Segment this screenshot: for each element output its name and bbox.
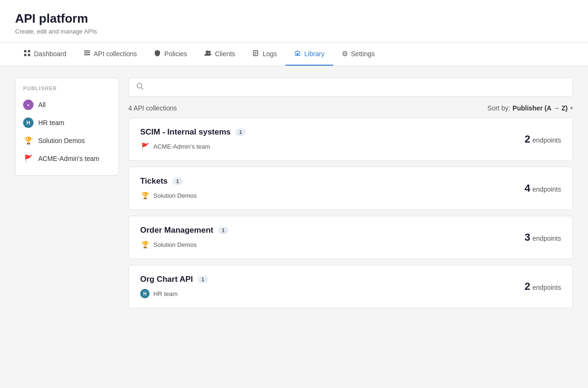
- card-left: Order Management 1 🏆 Solution Demos: [140, 226, 228, 249]
- sort-label: Sort by:: [487, 104, 510, 112]
- nav-policies[interactable]: Policies: [145, 43, 195, 66]
- endpoints-num: 2: [525, 280, 530, 292]
- card-endpoints: 2 endpoints: [525, 280, 561, 293]
- card-publisher: 🏆 Solution Demos: [140, 191, 197, 200]
- results-bar: 4 API collections Sort by: Publisher (A …: [128, 104, 573, 112]
- clients-icon: [204, 50, 212, 58]
- avatar-acme-admin: 🚩: [23, 153, 34, 164]
- endpoints-num: 2: [525, 133, 530, 145]
- card-publisher: 🚩 ACME-Admin's team: [140, 142, 246, 151]
- svg-rect-10: [254, 52, 257, 52]
- publisher-avatar-hr: H: [140, 289, 150, 298]
- sidebar-label: PUBLISHER: [16, 85, 118, 96]
- publisher-label: Solution Demos: [153, 241, 197, 248]
- api-collections-icon: [84, 50, 91, 58]
- page-subtitle: Create, edit and manage APIs: [15, 28, 573, 35]
- card-endpoints: 2 endpoints: [525, 133, 561, 145]
- dashboard-icon: [24, 50, 31, 58]
- sidebar-item-solution-demos[interactable]: 🏆 Solution Demos: [16, 132, 118, 150]
- card-title: SCIM - Internal systems: [140, 127, 231, 137]
- card-badge: 1: [198, 276, 208, 283]
- publisher-label: Solution Demos: [153, 192, 197, 199]
- endpoints-text: endpoints: [532, 235, 561, 242]
- svg-rect-6: [84, 54, 90, 55]
- nav-bar: Dashboard API collections Policies Clien…: [0, 43, 588, 66]
- card-endpoints: 3 endpoints: [525, 231, 561, 244]
- card-endpoints: 4 endpoints: [525, 182, 561, 194]
- endpoints-text: endpoints: [532, 136, 561, 144]
- content-area: 4 API collections Sort by: Publisher (A …: [128, 77, 573, 314]
- search-bar: [128, 77, 573, 97]
- svg-point-13: [137, 84, 142, 88]
- publisher-avatar-solution: 🏆: [140, 191, 150, 200]
- endpoints-text: endpoints: [532, 284, 561, 291]
- sidebar: PUBLISHER ● All H HR team 🏆 Solution Dem…: [15, 77, 119, 176]
- nav-logs[interactable]: Logs: [244, 43, 285, 66]
- policies-icon: [154, 50, 161, 58]
- svg-rect-0: [24, 50, 26, 52]
- sidebar-item-all[interactable]: ● All: [16, 96, 118, 114]
- svg-rect-5: [84, 52, 90, 53]
- card-left: SCIM - Internal systems 1 🚩 ACME-Admin's…: [140, 127, 246, 151]
- svg-rect-4: [84, 51, 90, 51]
- nav-dashboard[interactable]: Dashboard: [15, 43, 75, 66]
- chevron-down-icon: ▾: [570, 105, 573, 111]
- svg-point-7: [206, 51, 209, 53]
- svg-rect-12: [254, 54, 256, 55]
- library-icon: [294, 50, 301, 58]
- api-card-order-management[interactable]: Order Management 1 🏆 Solution Demos 3 en…: [128, 216, 573, 259]
- endpoints-num: 4: [525, 182, 530, 194]
- sidebar-item-hr-team[interactable]: H HR team: [16, 114, 118, 132]
- avatar-hr-team: H: [23, 118, 34, 128]
- page-header: API platform Create, edit and manage API…: [0, 0, 588, 43]
- endpoints-text: endpoints: [532, 186, 561, 193]
- card-badge: 1: [172, 177, 183, 185]
- sort-value: Publisher (A → Z): [512, 104, 568, 112]
- publisher-avatar-acme: 🚩: [140, 142, 150, 151]
- nav-api-collections[interactable]: API collections: [75, 43, 146, 66]
- api-card-tickets[interactable]: Tickets 1 🏆 Solution Demos 4 endpoints: [128, 167, 573, 210]
- card-title-row: Tickets 1: [140, 177, 197, 186]
- card-title: Org Chart API: [140, 275, 193, 284]
- nav-settings[interactable]: ⚙ Settings: [333, 43, 384, 66]
- publisher-avatar-solution2: 🏆: [140, 240, 150, 249]
- card-left: Org Chart API 1 H HR team: [140, 275, 208, 298]
- card-publisher: 🏆 Solution Demos: [140, 240, 228, 249]
- settings-icon: ⚙: [342, 50, 348, 58]
- card-badge: 1: [218, 227, 228, 234]
- search-icon: [136, 83, 144, 92]
- svg-point-8: [208, 51, 210, 53]
- search-input[interactable]: [149, 84, 565, 91]
- svg-rect-2: [24, 54, 26, 56]
- endpoints-num: 3: [525, 231, 530, 243]
- card-left: Tickets 1 🏆 Solution Demos: [140, 177, 197, 200]
- publisher-label: ACME-Admin's team: [153, 143, 210, 150]
- publisher-label: HR team: [153, 290, 177, 297]
- api-cards-list: SCIM - Internal systems 1 🚩 ACME-Admin's…: [128, 118, 573, 308]
- sort-control[interactable]: Sort by: Publisher (A → Z) ▾: [487, 104, 573, 112]
- svg-rect-1: [28, 50, 30, 52]
- nav-clients[interactable]: Clients: [196, 43, 244, 66]
- card-badge: 1: [235, 128, 246, 136]
- nav-library[interactable]: Library: [286, 43, 333, 66]
- card-title-row: Order Management 1: [140, 226, 228, 235]
- card-title-row: SCIM - Internal systems 1: [140, 127, 246, 137]
- card-title: Tickets: [140, 177, 168, 186]
- logs-icon: [252, 50, 259, 58]
- avatar-all: ●: [23, 100, 34, 110]
- card-title-row: Org Chart API 1: [140, 275, 208, 284]
- card-publisher: H HR team: [140, 289, 208, 298]
- api-card-org-chart[interactable]: Org Chart API 1 H HR team 2 endpoints: [128, 265, 573, 308]
- sidebar-item-acme-admin[interactable]: 🚩 ACME-Admin's team: [16, 150, 118, 168]
- main-content: PUBLISHER ● All H HR team 🏆 Solution Dem…: [0, 66, 588, 325]
- card-title: Order Management: [140, 226, 213, 235]
- svg-line-14: [142, 88, 143, 90]
- results-count: 4 API collections: [128, 104, 177, 112]
- page-title: API platform: [15, 11, 573, 26]
- svg-rect-3: [28, 54, 30, 56]
- svg-rect-11: [254, 53, 257, 54]
- avatar-solution-demos: 🏆: [23, 135, 34, 146]
- api-card-scim-internal[interactable]: SCIM - Internal systems 1 🚩 ACME-Admin's…: [128, 118, 573, 161]
